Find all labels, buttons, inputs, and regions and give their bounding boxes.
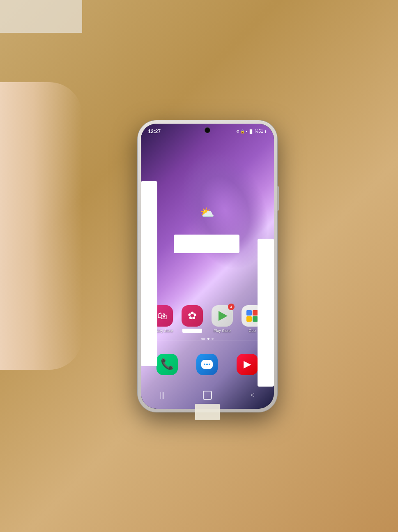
home-icon[interactable] [203, 391, 212, 400]
notification-dots: ⚙ 🔒 • [236, 129, 247, 134]
battery-text: %51 [255, 129, 263, 134]
app-item-play-store[interactable]: 2 Play Store [210, 305, 235, 333]
page-dot-3 [212, 338, 214, 340]
phone-device: 12:27 ⚙ 🔒 • ▐▌ %51 ▮ ⛅ [138, 120, 277, 412]
play-store-icon[interactable]: 2 [212, 305, 233, 327]
weather-icon: ⛅ [200, 206, 214, 219]
navigation-bar: ||| < [141, 386, 274, 405]
app-grid: 🛍 Galaxy Store ✿ 2 [141, 305, 274, 333]
app-item-bixby[interactable]: ✿ [180, 305, 205, 333]
google-label: Goo [248, 329, 255, 333]
bag-icon: 🛍 [157, 310, 167, 322]
google-cell-blue [246, 310, 252, 316]
youtube-icon-symbol: ▶ [244, 359, 251, 370]
redaction-bixby-label [182, 329, 202, 333]
redaction-left-bar [141, 181, 157, 366]
page-dot-2 [207, 338, 209, 340]
dock-separator [149, 341, 266, 341]
phone-screen: 12:27 ⚙ 🔒 • ▐▌ %51 ▮ ⛅ [141, 124, 274, 409]
signal-icon: ▐▌ [248, 129, 254, 134]
paper-tape [195, 404, 220, 420]
status-time: 12:27 [148, 129, 161, 134]
messages-bubble-icon [201, 360, 213, 369]
dock-item-youtube[interactable]: ▶ [235, 354, 260, 375]
page-dots [141, 338, 274, 340]
bixby-icon[interactable]: ✿ [182, 305, 203, 327]
messages-app-icon[interactable] [196, 354, 218, 375]
dock-item-phone[interactable]: 📞 [155, 354, 179, 375]
msg-dot-1 [204, 364, 205, 365]
phone-app-icon[interactable]: 📞 [156, 354, 178, 375]
redaction-center-bar [174, 235, 239, 253]
weather-widget[interactable]: ⛅ [200, 206, 214, 219]
page-dot-1 [201, 338, 205, 340]
dock: 📞 ▶ [147, 354, 267, 375]
bixby-flower-icon: ✿ [188, 309, 197, 322]
hand-silhouette [0, 82, 82, 370]
play-store-badge: 2 [228, 304, 235, 310]
redaction-right-bar [258, 239, 274, 387]
msg-dot-2 [206, 364, 208, 365]
msg-dot-3 [209, 364, 210, 365]
top-paper [0, 0, 82, 33]
phone-chassis: 12:27 ⚙ 🔒 • ▐▌ %51 ▮ ⛅ [138, 120, 277, 412]
back-icon[interactable]: < [250, 391, 254, 400]
camera-hole [205, 128, 210, 133]
google-grid-icon [246, 310, 258, 322]
phone-handset-icon: 📞 [161, 358, 174, 371]
status-icons: ⚙ 🔒 • ▐▌ %51 ▮ [236, 129, 267, 134]
youtube-app-icon[interactable]: ▶ [237, 354, 258, 375]
google-cell-yellow [246, 316, 252, 322]
dock-item-messages[interactable] [195, 354, 219, 375]
play-triangle-icon [219, 311, 228, 321]
battery-icon: ▮ [265, 129, 267, 134]
play-store-label: Play Store [214, 329, 231, 333]
recent-apps-icon[interactable]: ||| [160, 391, 164, 400]
